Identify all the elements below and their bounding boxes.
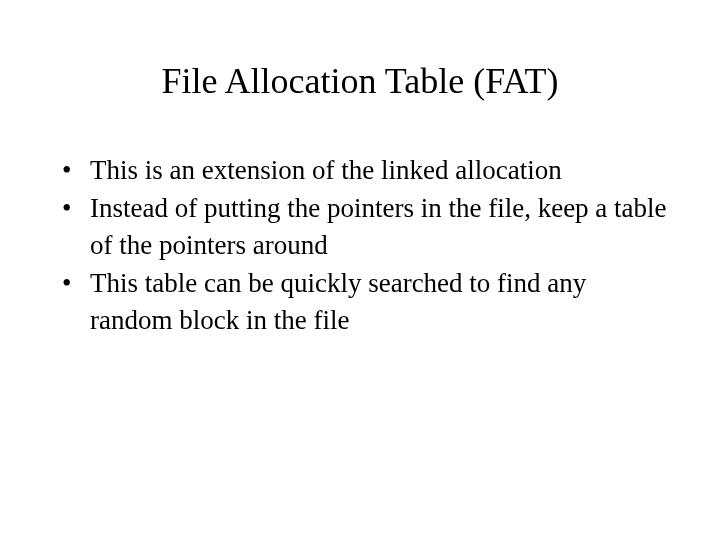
slide-title: File Allocation Table (FAT)	[50, 60, 670, 102]
bullet-item: This table can be quickly searched to fi…	[60, 265, 670, 338]
bullet-item: This is an extension of the linked alloc…	[60, 152, 670, 188]
bullet-item: Instead of putting the pointers in the f…	[60, 190, 670, 263]
bullet-list: This is an extension of the linked alloc…	[50, 152, 670, 338]
